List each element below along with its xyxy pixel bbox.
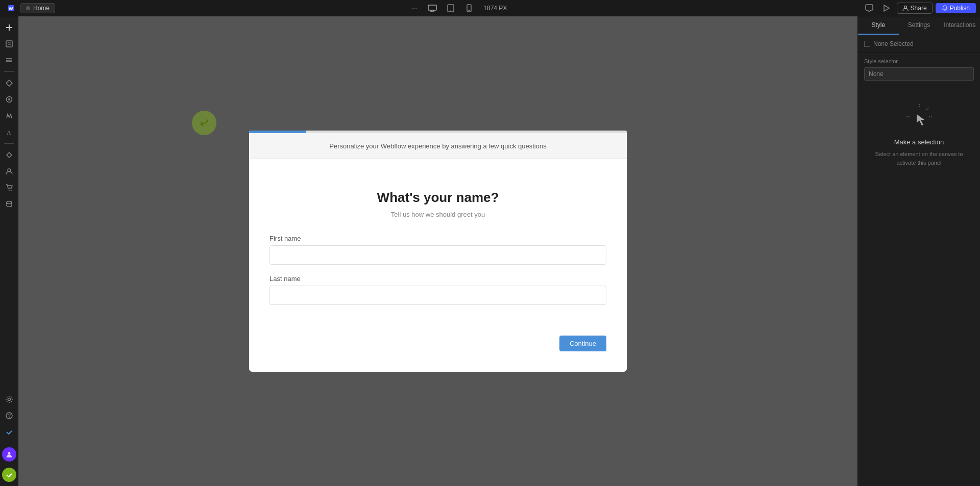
svg-marker-9 bbox=[884, 5, 889, 11]
svg-point-21 bbox=[8, 98, 10, 100]
right-panel: Style Settings Interactions None Selecte… bbox=[857, 16, 980, 486]
project-name[interactable]: Home bbox=[20, 3, 55, 13]
preview-button[interactable] bbox=[879, 1, 894, 15]
style-selector-section: Style selector None bbox=[858, 53, 980, 86]
sidebar-user-avatar[interactable] bbox=[2, 447, 16, 462]
sidebar-status-indicator bbox=[2, 468, 16, 482]
sidebar-settings-button[interactable] bbox=[2, 392, 16, 406]
person-icon bbox=[902, 5, 909, 11]
webflow-logo: W bbox=[4, 1, 18, 15]
publish-label: Publish bbox=[950, 5, 970, 12]
topbar-center: ··· 1874 PX bbox=[407, 1, 510, 15]
bell-icon bbox=[942, 5, 948, 11]
make-selection-title: Make a selection bbox=[894, 138, 944, 146]
mobile-icon bbox=[467, 4, 472, 12]
sidebar-users-button[interactable] bbox=[2, 164, 16, 178]
tab-style[interactable]: Style bbox=[858, 16, 899, 35]
publish-button[interactable]: Publish bbox=[936, 3, 976, 13]
make-selection-area: Make a selection Select an element on th… bbox=[858, 86, 980, 486]
mobile-view-button[interactable] bbox=[462, 1, 476, 15]
sidebar-ecommerce-button[interactable] bbox=[2, 181, 16, 195]
modal-title: What's your name? bbox=[270, 190, 606, 206]
svg-line-34 bbox=[926, 108, 928, 110]
style-selector-dropdown[interactable]: None bbox=[864, 67, 974, 81]
modal-subtitle: Tell us how we should greet you bbox=[270, 211, 606, 218]
sidebar-styles-button[interactable] bbox=[2, 109, 16, 123]
cursor-overlay: ↩ bbox=[192, 111, 216, 135]
svg-text:W: W bbox=[9, 6, 13, 11]
sidebar-logic-button[interactable] bbox=[2, 148, 16, 162]
share-label: Share bbox=[911, 5, 927, 12]
more-options-button[interactable]: ··· bbox=[407, 1, 421, 15]
sidebar-divider-2 bbox=[4, 143, 14, 144]
sidebar-cms-button[interactable] bbox=[2, 197, 16, 211]
modal-header-text: Personalize your Webflow experience by a… bbox=[329, 142, 546, 150]
sidebar-divider-1 bbox=[4, 71, 14, 72]
sidebar-assets-button[interactable] bbox=[2, 92, 16, 107]
left-sidebar: A ? bbox=[0, 16, 18, 486]
svg-text:?: ? bbox=[8, 413, 11, 419]
main-layout: A ? bbox=[0, 16, 980, 486]
preview-icon bbox=[883, 4, 891, 12]
desktop-view-button[interactable] bbox=[425, 1, 439, 15]
modal-wrapper: Personalize your Webflow experience by a… bbox=[249, 131, 627, 372]
sidebar-components-button[interactable] bbox=[2, 76, 16, 90]
project-name-label: Home bbox=[33, 5, 50, 12]
share-button[interactable]: Share bbox=[897, 3, 933, 14]
modal-body: What's your name? Tell us how we should … bbox=[249, 159, 627, 372]
right-panel-tabs: Style Settings Interactions bbox=[858, 16, 980, 35]
first-name-label: First name bbox=[270, 235, 606, 242]
desktop-icon bbox=[428, 5, 437, 12]
svg-point-27 bbox=[8, 398, 10, 401]
svg-point-6 bbox=[450, 10, 451, 11]
comment-icon bbox=[865, 4, 873, 12]
none-selected-label: None Selected bbox=[873, 40, 914, 47]
modal-footer: Continue bbox=[270, 336, 606, 351]
topbar-right: Share Publish bbox=[862, 1, 976, 15]
svg-point-25 bbox=[11, 190, 12, 191]
topbar-left: W Home bbox=[4, 1, 55, 15]
make-selection-desc: Select an element on the canvas to activ… bbox=[868, 150, 970, 167]
sidebar-fonts-button[interactable]: A bbox=[2, 125, 16, 139]
topbar: W Home ··· bbox=[0, 0, 980, 16]
first-name-input[interactable] bbox=[270, 245, 606, 265]
first-name-group: First name bbox=[270, 235, 606, 265]
project-dot bbox=[26, 6, 30, 10]
tablet-icon bbox=[447, 4, 454, 12]
svg-rect-1 bbox=[428, 5, 436, 10]
selection-cursor-icon bbox=[904, 101, 935, 132]
sidebar-add-button[interactable] bbox=[2, 20, 16, 35]
sidebar-help-button[interactable]: ? bbox=[2, 408, 16, 423]
svg-rect-13 bbox=[6, 41, 12, 47]
ellipsis-icon: ··· bbox=[411, 4, 417, 12]
modal-header: Personalize your Webflow experience by a… bbox=[249, 133, 627, 159]
last-name-group: Last name bbox=[270, 275, 606, 305]
canvas-area[interactable]: Personalize your Webflow experience by a… bbox=[18, 16, 857, 486]
tab-interactions[interactable]: Interactions bbox=[939, 16, 980, 35]
style-selector-label: Style selector bbox=[864, 58, 974, 64]
tab-settings[interactable]: Settings bbox=[899, 16, 940, 35]
tablet-view-button[interactable] bbox=[444, 1, 458, 15]
svg-point-30 bbox=[8, 452, 10, 455]
cursor-arrow-icon: ↩ bbox=[198, 115, 211, 131]
make-selection-icon bbox=[904, 101, 935, 132]
last-name-input[interactable] bbox=[270, 286, 606, 305]
last-name-label: Last name bbox=[270, 275, 606, 283]
none-checkbox bbox=[864, 41, 870, 47]
sidebar-layers-button[interactable] bbox=[2, 53, 16, 67]
svg-marker-19 bbox=[6, 80, 12, 86]
continue-button[interactable]: Continue bbox=[559, 336, 606, 351]
svg-text:A: A bbox=[7, 129, 11, 136]
none-selected-row: None Selected bbox=[858, 35, 980, 53]
sidebar-check-button[interactable] bbox=[2, 425, 16, 439]
svg-point-26 bbox=[7, 201, 12, 204]
px-label: 1874 PX bbox=[480, 5, 510, 12]
comment-button[interactable] bbox=[862, 1, 876, 15]
sidebar-pages-button[interactable] bbox=[2, 37, 16, 51]
svg-point-24 bbox=[9, 190, 10, 191]
